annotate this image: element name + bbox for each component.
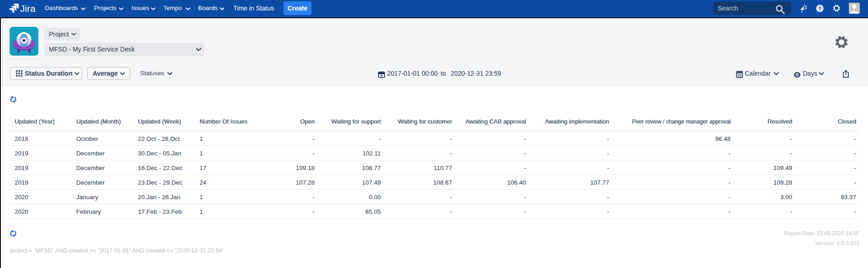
svg-text:?: ? — [818, 6, 821, 11]
